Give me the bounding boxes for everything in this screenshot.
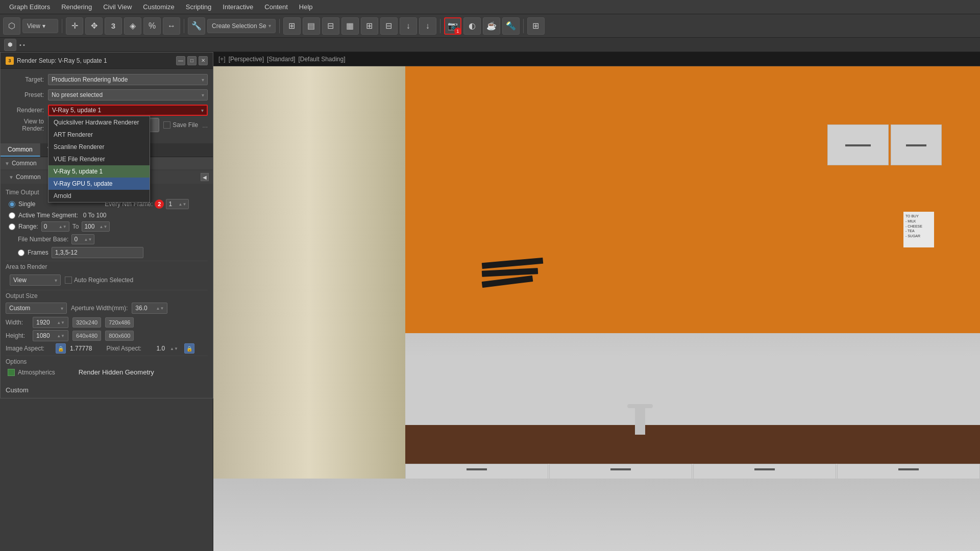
save-file-dots[interactable]: ... (202, 121, 208, 129)
range-to-input[interactable]: 100 ▲▼ (82, 221, 110, 232)
notification-badge: 1 (454, 28, 461, 35)
aspect-lock-btn[interactable]: 🔒 (56, 343, 66, 354)
renderer-row: Renderer: V-Ray 5, update 1 ▾ Quicksilve… (6, 105, 208, 116)
aperture-input[interactable]: 36.0 ▲▼ (132, 303, 167, 314)
renderer-option-vraygpu[interactable]: V-Ray GPU 5, update (48, 178, 150, 190)
grid-btn[interactable]: ⊞ (527, 17, 545, 35)
menu-scripting[interactable]: Scripting (181, 2, 217, 12)
custom-label: Custom (1, 382, 213, 398)
renderer-option-vue[interactable]: VUE File Renderer (48, 153, 150, 165)
vp-perspective[interactable]: [Perspective] (229, 56, 264, 63)
renderer-dropdown[interactable]: V-Ray 5, update 1 ▾ (48, 105, 208, 116)
vp-plus[interactable]: [+] (218, 56, 226, 63)
faucet-head (627, 404, 653, 408)
preset-value: No preset selected (52, 91, 103, 98)
layout-btn1[interactable]: ⊞ (283, 17, 301, 35)
every-nth-badge: 2 (155, 199, 164, 209)
menu-content[interactable]: Content (259, 2, 293, 12)
layout-btn7[interactable]: ↓ (400, 17, 417, 35)
layout-btn3[interactable]: ⊟ (322, 17, 339, 35)
aperture-label: Aperture Width(mm): (71, 305, 128, 312)
save-file-row: Save File ... (163, 121, 208, 129)
preset-640x480-btn[interactable]: 640x480 (72, 331, 101, 341)
divider2 (6, 290, 208, 290)
menu-interactive[interactable]: Interactive (217, 2, 258, 12)
section-collapse-btn[interactable]: ◀ (201, 173, 209, 181)
renderer-option-arnold[interactable]: Arnold (48, 190, 150, 202)
menu-rendering[interactable]: Rendering (56, 2, 97, 12)
percent-btn[interactable]: % (143, 17, 161, 35)
preset-720x486-btn[interactable]: 720x486 (105, 317, 134, 328)
app-icon[interactable]: ⬡ (3, 17, 20, 35)
range-radio[interactable] (9, 223, 15, 230)
tab-common[interactable]: Common (1, 143, 40, 157)
atmospherics-checkbox[interactable] (8, 369, 15, 376)
create-selection-set-btn[interactable]: Create Selection Se ▾ (207, 19, 276, 33)
single-radio[interactable] (9, 201, 15, 208)
render-option1[interactable]: ◐ (463, 17, 481, 35)
target-dropdown[interactable]: Production Rendering Mode ▾ (48, 74, 208, 85)
size-dropdown[interactable]: Custom ▾ (6, 303, 67, 314)
layout-btn6[interactable]: ⊟ (380, 17, 398, 35)
view-dropdown[interactable]: View ▾ (22, 19, 58, 33)
height-input[interactable]: 1080 ▲▼ (33, 330, 68, 341)
render-option2[interactable]: ☕ (483, 17, 500, 35)
lower-handle-3 (754, 468, 775, 470)
save-file-checkbox[interactable] (163, 121, 170, 129)
vp-standard[interactable]: [Standard] (267, 56, 295, 63)
area-view-dropdown[interactable]: View ▾ (10, 274, 61, 286)
single-radio-label: Single (18, 201, 35, 208)
menu-customize[interactable]: Customize (138, 2, 179, 12)
minimize-btn[interactable]: — (176, 56, 185, 65)
range-from-input[interactable]: 0 ▲▼ (41, 221, 69, 232)
align-btn[interactable]: 🔧 (188, 17, 205, 35)
move-tool-btn[interactable]: ✥ (85, 17, 103, 35)
height-row: Height: 1080 ▲▼ 640x480 800x600 (6, 330, 208, 341)
rotate-tool-btn[interactable]: 3 (105, 17, 122, 35)
floor (213, 479, 980, 552)
pixel-aspect-lock-btn[interactable]: 🔒 (184, 343, 194, 354)
menu-graph-editors[interactable]: Graph Editors (4, 2, 55, 12)
scale-tool-btn[interactable]: ◈ (124, 17, 141, 35)
layout-btn8[interactable]: ↓ (419, 17, 436, 35)
mirror-btn[interactable]: ↔ (163, 17, 180, 35)
vp-default-shading[interactable]: [Default Shading] (298, 56, 345, 63)
preset-800x600-btn[interactable]: 800x600 (105, 331, 134, 341)
render-setup-panel: 3 Render Setup: V-Ray 5, update 1 — □ ✕ … (0, 52, 213, 398)
layout-btn4[interactable]: ▦ (341, 17, 359, 35)
maximize-btn[interactable]: □ (187, 56, 197, 65)
menu-help[interactable]: Help (294, 2, 318, 12)
select-tool-btn[interactable]: ✛ (66, 17, 83, 35)
every-nth-spinner[interactable]: 1 ▲▼ (166, 199, 189, 209)
divider1 (6, 261, 208, 261)
common-sub-triangle-icon: ▼ (9, 174, 14, 180)
auto-region-checkbox[interactable] (65, 277, 72, 284)
filenum-input[interactable]: 0 ▲▼ (71, 234, 94, 244)
orange-wall (405, 66, 981, 333)
close-btn[interactable]: ✕ (199, 56, 208, 65)
toolbar2-icon[interactable]: ⬢ (4, 39, 16, 51)
knife-area (482, 260, 543, 285)
renderer-option-art[interactable]: ART Renderer (48, 129, 150, 141)
renderer-option-scanline[interactable]: Scanline Renderer (48, 141, 150, 153)
width-input[interactable]: 1920 ▲▼ (33, 317, 68, 328)
active-time-radio[interactable] (9, 212, 15, 219)
render-option3[interactable]: 🔦 (502, 17, 520, 35)
viewport: [+] [Perspective] [Standard] [Default Sh… (213, 52, 980, 551)
separator2 (184, 19, 184, 33)
frames-input[interactable] (52, 247, 143, 258)
renderer-option-quicksilver[interactable]: Quicksilver Hardware Renderer (48, 116, 150, 129)
area-dropdown-arrow: ▾ (55, 278, 57, 283)
frames-radio[interactable] (18, 249, 24, 256)
menu-civil-view[interactable]: Civil View (98, 2, 137, 12)
auto-region-row: Auto Region Selected (65, 277, 133, 284)
active-time-value: 0 To 100 (83, 212, 107, 219)
preset-dropdown[interactable]: No preset selected ▾ (48, 89, 208, 101)
layout-btn5[interactable]: ⊞ (361, 17, 378, 35)
layout-btn2[interactable]: ▤ (303, 17, 320, 35)
preset-320x240-btn[interactable]: 320x240 (72, 317, 101, 328)
render-active-btn[interactable]: 📷 1 (444, 17, 461, 35)
upper-cabinets (827, 124, 942, 165)
toolbar2-dots[interactable]: • • (19, 42, 25, 48)
renderer-option-vray5[interactable]: V-Ray 5, update 1 (48, 165, 150, 178)
